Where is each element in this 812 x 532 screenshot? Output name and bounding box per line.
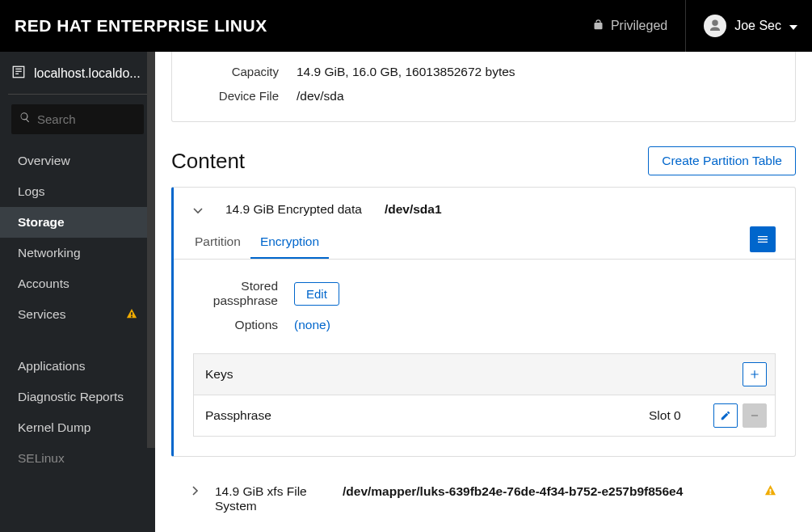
key-type: Passphrase — [205, 408, 641, 423]
divider — [8, 94, 147, 95]
tab-partition[interactable]: Partition — [185, 226, 250, 259]
nav-secondary: Applications Diagnostic Reports Kernel D… — [0, 351, 155, 474]
user-name: Joe Sec — [734, 19, 781, 33]
nav-overview[interactable]: Overview — [0, 146, 155, 176]
unlock-icon — [592, 19, 604, 34]
caret-down-icon — [789, 19, 797, 33]
capacity-value: 14.9 GiB, 16.0 GB, 16013852672 bytes — [297, 65, 515, 79]
partition-tabs: Partition Encryption — [174, 226, 795, 260]
partition2-size-desc: 14.9 GiB xfs File System — [215, 484, 320, 513]
privileged-label: Privileged — [611, 19, 667, 33]
nav-storage[interactable]: Storage — [0, 207, 155, 238]
chevron-down-icon — [193, 205, 203, 214]
partition-size-desc: 14.9 GiB Encrypted data — [225, 202, 362, 217]
content-heading: Content — [171, 149, 245, 174]
main-content: Capacity 14.9 GiB, 16.0 GB, 16013852672 … — [155, 52, 812, 532]
nav-selinux[interactable]: SELinux — [0, 443, 155, 474]
nav-primary: Overview Logs Storage Networking Account… — [0, 146, 155, 330]
user-menu[interactable]: Joe Sec — [686, 0, 797, 52]
host-name: localhost.localdo... — [34, 66, 141, 81]
warning-icon — [126, 308, 137, 322]
device-file-label: Device File — [191, 89, 297, 103]
top-bar: RED HAT ENTERPRISE LINUX Privileged Joe … — [0, 0, 812, 52]
nav-accounts[interactable]: Accounts — [0, 268, 155, 299]
search-input[interactable] — [11, 104, 144, 134]
sidebar: localhost.localdo... Overview Logs Stora… — [0, 52, 155, 532]
capacity-label: Capacity — [191, 65, 297, 78]
remove-key-button — [743, 403, 767, 428]
partition-row-collapsed[interactable]: 14.9 GiB xfs File System /dev/mapper/luk… — [171, 476, 796, 521]
nav-services[interactable]: Services — [0, 299, 155, 330]
search-icon — [19, 112, 31, 123]
chevron-right-icon — [191, 484, 200, 494]
encryption-options-link[interactable]: (none) — [294, 318, 330, 332]
create-partition-table-button[interactable]: Create Partition Table — [648, 146, 796, 175]
options-label: Options — [193, 318, 294, 332]
warning-icon — [764, 484, 776, 500]
partition-actions-menu-button[interactable] — [750, 226, 776, 252]
edit-passphrase-button[interactable]: Edit — [294, 282, 339, 306]
nav-logs[interactable]: Logs — [0, 176, 155, 207]
partition-expand-header[interactable]: 14.9 GiB Encrypted data /dev/sda1 — [174, 188, 795, 226]
server-icon — [11, 65, 26, 82]
partition-card-expanded: 14.9 GiB Encrypted data /dev/sda1 Partit… — [171, 187, 796, 457]
add-key-button[interactable] — [743, 362, 767, 386]
nav-kernel-dump[interactable]: Kernel Dump — [0, 412, 155, 443]
brand-title: RED HAT ENTERPRISE LINUX — [15, 16, 267, 36]
avatar-icon — [704, 15, 726, 37]
partition2-device: /dev/mapper/luks-639fb24e-76de-4f34-b752… — [343, 484, 742, 499]
nav-diagnostic-reports[interactable]: Diagnostic Reports — [0, 382, 155, 412]
tab-encryption[interactable]: Encryption — [250, 226, 329, 259]
svg-rect-0 — [13, 66, 24, 78]
key-row: Passphrase Slot 0 — [194, 395, 775, 436]
privileged-indicator[interactable]: Privileged — [574, 0, 686, 52]
key-slot: Slot 0 — [649, 408, 705, 423]
drive-info-card: Capacity 14.9 GiB, 16.0 GB, 16013852672 … — [171, 52, 796, 122]
stored-passphrase-label: Stored passphrase — [193, 279, 294, 308]
device-file-value: /dev/sda — [297, 89, 344, 103]
nav-applications[interactable]: Applications — [0, 351, 155, 382]
nav-networking[interactable]: Networking — [0, 238, 155, 268]
partition-device: /dev/sda1 — [385, 202, 442, 217]
keys-table: Keys Passphrase Slot 0 — [193, 353, 776, 437]
edit-key-button[interactable] — [713, 403, 738, 428]
keys-header: Keys — [205, 367, 233, 382]
host-selector[interactable]: localhost.localdo... — [0, 52, 155, 94]
